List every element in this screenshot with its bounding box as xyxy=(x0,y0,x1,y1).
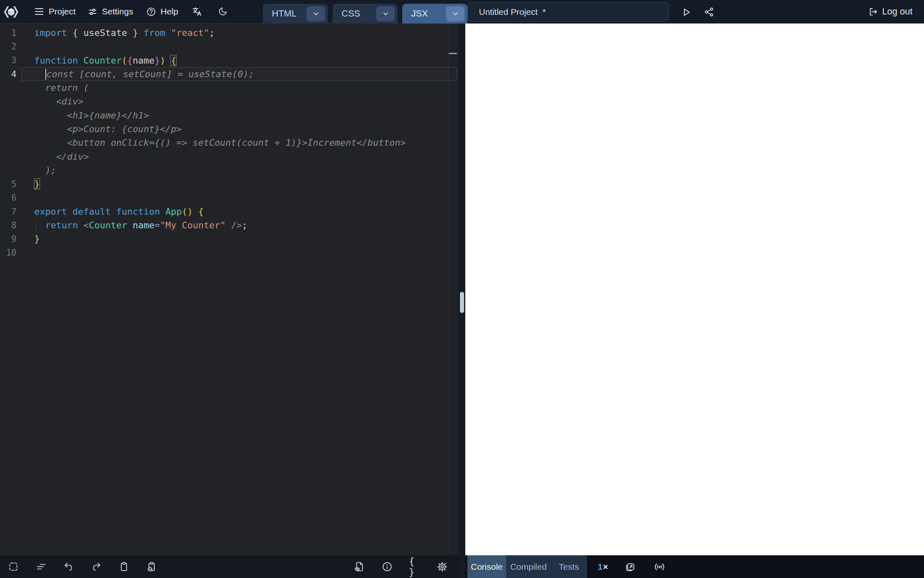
chevron-down-icon[interactable] xyxy=(446,6,464,21)
settings-menu-button[interactable]: Settings xyxy=(87,0,133,23)
settings-gear-icon[interactable] xyxy=(436,561,448,573)
code-line[interactable]: 7export default function App() { xyxy=(0,205,459,218)
editor-tab-html[interactable]: HTML xyxy=(263,4,328,24)
editor-tab-css[interactable]: CSS xyxy=(332,4,398,24)
code-line[interactable]: 8 return <Counter name="My Counter" />; xyxy=(0,218,459,232)
code-token xyxy=(165,55,171,66)
pane-resize-handle[interactable] xyxy=(460,292,464,313)
ghost-code-line[interactable]: <div> xyxy=(0,95,459,108)
open-external-icon[interactable] xyxy=(625,561,636,573)
help-circle-icon xyxy=(146,7,156,17)
editor-tab-label: HTML xyxy=(272,8,297,19)
code-text: <h1>{name}</h1> xyxy=(20,109,459,122)
console-tab-compiled[interactable]: Compiled xyxy=(506,555,551,578)
code-text: </div> xyxy=(20,150,459,163)
help-menu-button[interactable]: Help xyxy=(146,0,178,23)
code-token: } xyxy=(154,55,160,66)
code-line[interactable]: 5} xyxy=(0,177,459,191)
editor-tab-label: JSX xyxy=(411,8,428,19)
code-token: <h1>{name}</h1> xyxy=(34,110,149,121)
project-name-input[interactable] xyxy=(467,2,669,21)
share-icon[interactable] xyxy=(704,7,714,17)
code-token: () xyxy=(182,206,193,217)
code-token: App xyxy=(165,206,182,217)
code-token: name xyxy=(132,55,154,66)
undo-icon[interactable] xyxy=(63,561,74,573)
moon-icon[interactable] xyxy=(218,6,228,17)
code-token: export xyxy=(34,206,67,217)
code-line[interactable]: 10 xyxy=(0,246,459,260)
playground-app: Project Settings Help HTMLCSSJSX xyxy=(0,0,924,578)
ghost-code-line[interactable]: return ( xyxy=(0,81,459,95)
code-text: const [count, setCount] = useState(0); xyxy=(20,67,459,81)
code-text: export default function App() { xyxy=(20,205,459,218)
code-token: "react" xyxy=(171,28,209,38)
code-line[interactable]: 2 xyxy=(0,40,459,53)
ghost-code-line[interactable]: </div> xyxy=(0,150,459,163)
line-number: 3 xyxy=(0,55,20,65)
braces-icon[interactable]: { } xyxy=(409,561,420,573)
code-token: { xyxy=(73,28,78,38)
code-text: ); xyxy=(20,163,459,177)
code-text: <p>Count: {count}</p> xyxy=(20,122,459,136)
file-link-icon[interactable] xyxy=(354,561,365,573)
console-tab-console[interactable]: Console xyxy=(467,555,506,578)
chevron-down-icon[interactable] xyxy=(306,6,325,21)
console-tab-bar: ConsoleCompiledTests xyxy=(467,555,587,578)
info-icon[interactable] xyxy=(381,561,393,573)
code-token xyxy=(67,28,72,38)
console-tab-tests[interactable]: Tests xyxy=(551,555,587,578)
app-logo-icon[interactable] xyxy=(2,3,20,21)
code-line[interactable]: 4 const [count, setCount] = useState(0); xyxy=(0,67,459,81)
top-bar: Project Settings Help HTMLCSSJSX xyxy=(0,0,924,24)
help-menu-label: Help xyxy=(160,7,178,17)
format-indent-icon[interactable] xyxy=(35,561,47,573)
code-token xyxy=(34,69,45,79)
line-number: 10 xyxy=(0,248,20,258)
broadcast-icon[interactable] xyxy=(653,561,666,573)
clipboard-remove-icon[interactable] xyxy=(146,561,157,573)
project-menu-button[interactable]: Project xyxy=(34,0,75,23)
code-token: useState xyxy=(78,28,132,38)
code-editor-pane[interactable]: 1import { useState } from "react";23func… xyxy=(0,24,459,555)
editor-toolbar: { } xyxy=(0,555,459,578)
speed-toggle-button[interactable]: 1 × xyxy=(598,562,608,572)
speed-number: 1 xyxy=(598,562,603,572)
clipboard-icon[interactable] xyxy=(118,561,130,573)
code-line[interactable]: 1import { useState } from "react"; xyxy=(0,26,459,40)
code-token xyxy=(226,220,231,230)
sliders-icon xyxy=(87,7,98,17)
hamburger-icon xyxy=(34,6,45,17)
code-token: } xyxy=(34,179,40,189)
code-token: from xyxy=(144,28,165,38)
logout-icon xyxy=(868,7,878,17)
ghost-code-line[interactable]: <h1>{name}</h1> xyxy=(0,109,459,122)
ghost-code-line[interactable]: <p>Count: {count}</p> xyxy=(0,122,459,136)
chevron-down-icon[interactable] xyxy=(376,6,395,21)
logout-label: Log out xyxy=(882,6,912,17)
code-token xyxy=(111,206,116,217)
code-token xyxy=(78,55,83,66)
redo-icon[interactable] xyxy=(90,561,102,573)
line-number: 1 xyxy=(0,28,20,38)
editor-toolbar-right: { } xyxy=(354,561,448,573)
ghost-code-line[interactable]: <button onClick={() => setCount(count + … xyxy=(0,136,459,149)
select-region-icon[interactable] xyxy=(7,561,19,573)
code-token: /> xyxy=(231,220,242,230)
preview-pane[interactable] xyxy=(465,24,924,555)
line-number: 8 xyxy=(0,220,20,230)
logout-button[interactable]: Log out xyxy=(868,0,912,23)
translate-icon[interactable] xyxy=(191,6,203,17)
code-line[interactable]: 9} xyxy=(0,232,459,246)
editor-tab-jsx[interactable]: JSX xyxy=(402,4,467,24)
code-token: function xyxy=(34,55,78,66)
run-play-icon[interactable] xyxy=(681,7,692,18)
code-token xyxy=(160,206,165,217)
code-line[interactable]: 3function Counter({name}) { xyxy=(0,54,459,67)
code-token: ; xyxy=(242,220,247,230)
code-token xyxy=(78,220,83,230)
line-number: 7 xyxy=(0,207,20,217)
ghost-code-line[interactable]: ); xyxy=(0,163,459,177)
code-line[interactable]: 6 xyxy=(0,191,459,205)
code-text: function Counter({name}) { xyxy=(20,54,459,67)
